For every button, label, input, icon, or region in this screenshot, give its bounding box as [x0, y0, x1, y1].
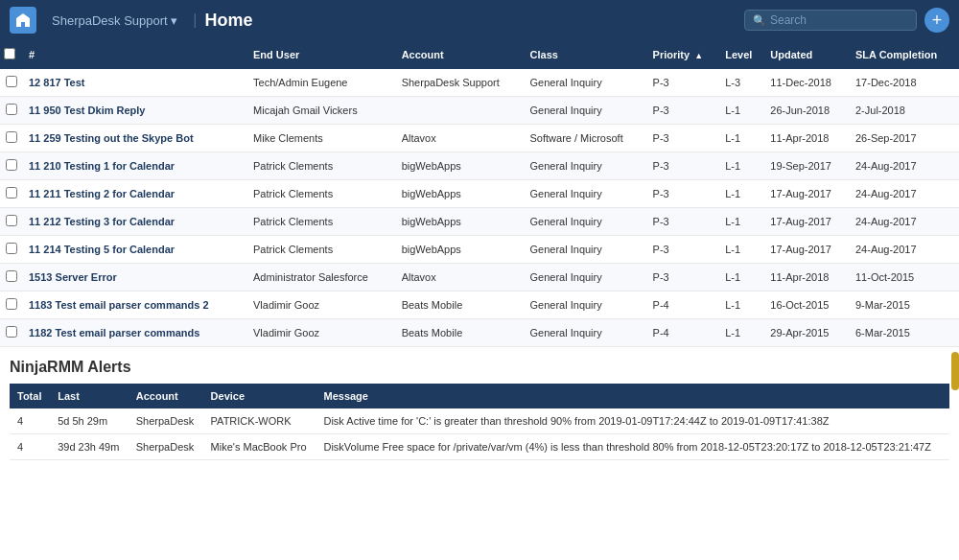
- row-checkbox-cell[interactable]: [0, 264, 23, 292]
- row-account: Altavox: [396, 264, 525, 292]
- ninja-account: SherpaDesk: [129, 434, 203, 460]
- row-class: General Inquiry: [525, 292, 647, 319]
- row-checkbox-cell[interactable]: [0, 319, 23, 347]
- table-row[interactable]: 1182 Test email parser commands Vladimir…: [0, 319, 959, 347]
- table-row[interactable]: 1183 Test email parser commands 2 Vladim…: [0, 292, 959, 319]
- row-level: L-1: [719, 208, 764, 236]
- row-checkbox[interactable]: [6, 187, 17, 198]
- table-row[interactable]: 11 211 Testing 2 for Calendar Patrick Cl…: [0, 180, 959, 208]
- row-checkbox-cell[interactable]: [0, 180, 23, 208]
- ninja-last: 5d 5h 29m: [50, 408, 129, 434]
- row-level: L-1: [719, 97, 764, 125]
- table-row[interactable]: 12 817 Test Tech/Admin Eugene SherpaDesk…: [0, 69, 959, 97]
- row-sla: 26-Sep-2017: [850, 125, 959, 152]
- row-end-user: Vladimir Gooz: [247, 292, 396, 319]
- row-priority: P-3: [647, 125, 720, 152]
- row-updated: 11-Apr-2018: [764, 125, 850, 152]
- col-updated[interactable]: Updated: [764, 40, 850, 69]
- row-class: General Inquiry: [525, 236, 647, 264]
- table-row[interactable]: 11 210 Testing 1 for Calendar Patrick Cl…: [0, 152, 959, 180]
- row-updated: 19-Sep-2017: [764, 152, 850, 180]
- ninja-total: 4: [10, 408, 50, 434]
- tickets-table-header: # End User Account Class Priority ▲ Leve…: [0, 40, 959, 69]
- row-id: 11 950 Test Dkim Reply: [23, 97, 247, 125]
- row-checkbox-cell[interactable]: [0, 208, 23, 236]
- top-navigation: SherpaDesk Support ▾ | Home 🔍 +: [0, 0, 959, 40]
- row-account: bigWebApps: [396, 236, 525, 264]
- row-sla: 6-Mar-2015: [850, 319, 959, 347]
- row-class: Software / Microsoft: [525, 125, 647, 152]
- table-row[interactable]: 11 259 Testing out the Skype Bot Mike Cl…: [0, 125, 959, 152]
- row-checkbox[interactable]: [6, 298, 17, 310]
- row-updated: 11-Apr-2018: [764, 264, 850, 292]
- row-checkbox-cell[interactable]: [0, 292, 23, 319]
- ninja-device: Mike's MacBook Pro: [203, 434, 316, 460]
- row-updated: 16-Oct-2015: [764, 292, 850, 319]
- ninja-col-device: Device: [203, 384, 316, 408]
- col-sla[interactable]: SLA Completion: [850, 40, 959, 69]
- row-class: General Inquiry: [525, 319, 647, 347]
- row-checkbox-cell[interactable]: [0, 125, 23, 152]
- row-checkbox[interactable]: [6, 215, 17, 226]
- scroll-indicator[interactable]: [951, 352, 959, 390]
- col-priority[interactable]: Priority ▲: [647, 40, 720, 69]
- col-end-user[interactable]: End User: [247, 40, 396, 69]
- row-checkbox[interactable]: [6, 104, 17, 115]
- table-row[interactable]: 1513 Server Error Administrator Salesfor…: [0, 264, 959, 292]
- row-priority: P-4: [647, 292, 720, 319]
- search-input[interactable]: [770, 13, 904, 27]
- col-level[interactable]: Level: [719, 40, 764, 69]
- ninja-col-total: Total: [10, 384, 50, 408]
- row-id: 12 817 Test: [23, 69, 247, 97]
- row-priority: P-3: [647, 264, 720, 292]
- col-account[interactable]: Account: [396, 40, 525, 69]
- select-all-checkbox-col[interactable]: [0, 40, 23, 69]
- row-id: 11 259 Testing out the Skype Bot: [23, 125, 247, 152]
- ninja-last: 39d 23h 49m: [50, 434, 129, 460]
- page-title: Home: [204, 11, 737, 31]
- ninja-alerts-table: Total Last Account Device Message 4 5d 5…: [10, 384, 949, 460]
- row-checkbox[interactable]: [6, 159, 17, 171]
- row-checkbox[interactable]: [6, 270, 17, 282]
- row-checkbox-cell[interactable]: [0, 97, 23, 125]
- row-sla: 24-Aug-2017: [850, 236, 959, 264]
- row-end-user: Tech/Admin Eugene: [247, 69, 396, 97]
- row-id: 11 212 Testing 3 for Calendar: [23, 208, 247, 236]
- main-content: # End User Account Class Priority ▲ Leve…: [0, 40, 959, 560]
- ninja-total: 4: [10, 434, 50, 460]
- row-sla: 24-Aug-2017: [850, 180, 959, 208]
- row-updated: 11-Dec-2018: [764, 69, 850, 97]
- row-checkbox[interactable]: [6, 243, 17, 254]
- row-updated: 29-Apr-2015: [764, 319, 850, 347]
- ninja-col-message: Message: [316, 384, 949, 408]
- row-end-user: Patrick Clements: [247, 152, 396, 180]
- row-id: 1183 Test email parser commands 2: [23, 292, 247, 319]
- row-id: 11 211 Testing 2 for Calendar: [23, 180, 247, 208]
- row-checkbox[interactable]: [6, 76, 17, 87]
- row-checkbox[interactable]: [6, 326, 17, 338]
- col-id[interactable]: #: [23, 40, 247, 69]
- row-updated: 17-Aug-2017: [764, 236, 850, 264]
- row-checkbox-cell[interactable]: [0, 152, 23, 180]
- table-row[interactable]: 11 950 Test Dkim Reply Micajah Gmail Vic…: [0, 97, 959, 125]
- row-id: 1182 Test email parser commands: [23, 319, 247, 347]
- row-sla: 24-Aug-2017: [850, 208, 959, 236]
- row-checkbox-cell[interactable]: [0, 236, 23, 264]
- row-class: General Inquiry: [525, 152, 647, 180]
- ninja-account: SherpaDesk: [129, 408, 203, 434]
- row-id: 11 210 Testing 1 for Calendar: [23, 152, 247, 180]
- row-priority: P-3: [647, 236, 720, 264]
- col-class[interactable]: Class: [525, 40, 647, 69]
- table-row[interactable]: 11 212 Testing 3 for Calendar Patrick Cl…: [0, 208, 959, 236]
- row-checkbox[interactable]: [6, 131, 17, 143]
- tickets-table: # End User Account Class Priority ▲ Leve…: [0, 40, 959, 347]
- row-sla: 24-Aug-2017: [850, 152, 959, 180]
- row-sla: 2-Jul-2018: [850, 97, 959, 125]
- table-row[interactable]: 11 214 Testing 5 for Calendar Patrick Cl…: [0, 236, 959, 264]
- select-all-checkbox[interactable]: [4, 48, 15, 59]
- app-name-nav[interactable]: SherpaDesk Support ▾: [44, 10, 185, 32]
- search-bar[interactable]: 🔍: [744, 10, 917, 31]
- add-button[interactable]: +: [924, 8, 949, 33]
- row-class: General Inquiry: [525, 69, 647, 97]
- row-checkbox-cell[interactable]: [0, 69, 23, 97]
